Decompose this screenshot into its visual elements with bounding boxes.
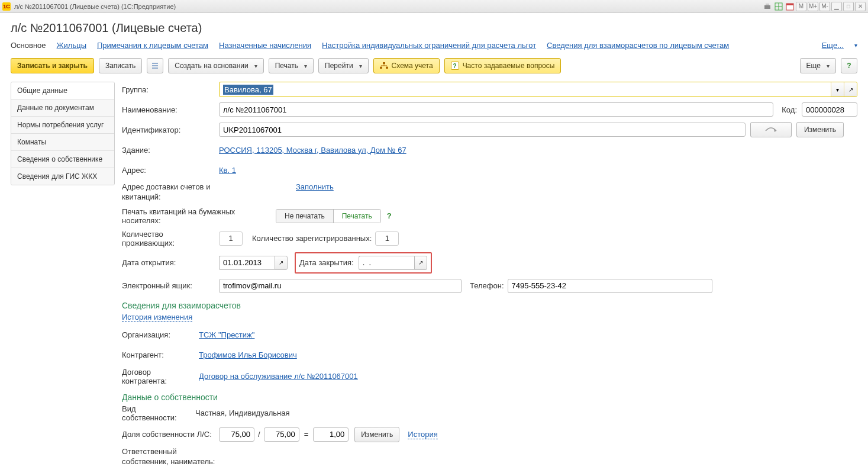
create-based-button[interactable]: Создать на основании [168,58,264,73]
tab-general[interactable]: Общие данные [11,82,114,99]
save-close-button[interactable]: Записать и закрыть [11,58,94,73]
nav-tenants[interactable]: Жильцы [57,41,86,50]
help-icon[interactable]: ? [387,211,392,220]
memory-mminus-button[interactable]: M- [819,2,830,11]
more-button[interactable]: Еще [800,58,836,73]
print-button[interactable]: Печать [269,58,314,73]
form-area: Группа: Вавилова, 67 ▾ ↗ Наименование: К… [122,82,857,476]
phone-field[interactable] [508,279,712,293]
id-field[interactable] [219,123,746,137]
toggle-do-print[interactable]: Печатать [334,210,380,223]
share-result-field[interactable] [313,427,349,442]
print-icon[interactable] [763,2,772,11]
window-title: л/с №2011067001 (Лицевые счета) (1С:Пред… [14,3,176,10]
history-link[interactable]: История изменения [122,313,192,322]
memory-m-button[interactable]: M [796,2,806,11]
caret-icon [824,62,830,70]
section-ownership: Данные о собственности [122,393,857,402]
label-email: Электронный ящик: [122,281,219,290]
name-field[interactable] [219,102,773,117]
label-id: Идентификатор: [122,126,219,134]
section-settlement: Сведения для взаиморасчетов [122,301,857,310]
code-field[interactable] [802,102,857,117]
label-group: Группа: [122,85,219,94]
open-date-field[interactable] [219,256,275,270]
label-registered: Количество зарегистрированных: [252,234,372,243]
tab-documents[interactable]: Данные по документам [11,99,114,117]
contract-link[interactable]: Договор на обслуживание л/с №2011067001 [199,372,358,381]
grid-icon[interactable] [774,2,783,11]
memory-mplus-button[interactable]: M+ [808,2,818,11]
open-icon[interactable]: ↗ [844,82,857,97]
label-contract: Договор контрагента: [122,368,199,385]
change-share-button[interactable]: Изменить [354,427,399,442]
help-button[interactable]: ? [841,58,857,73]
side-tabs: Общие данные Данные по документам Нормы … [11,82,115,185]
close-date-highlight: Дата закрытия: ↗ [295,252,432,274]
group-field-wrapper: Вавилова, 67 ▾ ↗ [219,82,857,97]
residents-value: 1 [219,231,243,246]
tab-norms[interactable]: Нормы потребления услуг [11,117,114,134]
dropdown-icon[interactable]: ▾ [831,82,844,97]
share-history-link[interactable]: История [408,430,437,439]
edit-id-button[interactable]: Изменить [796,122,844,137]
toolbar: Записать и закрыть Записать Создать на о… [11,58,857,73]
page-title: л/с №2011067001 (Лицевые счета) [11,21,857,35]
window-titlebar: 1C л/с №2011067001 (Лицевые счета) (1С:П… [0,0,868,13]
window-minimize-button[interactable]: ▁ [831,2,842,11]
print-toggle: Не печатать Печатать [276,209,381,223]
org-link[interactable]: ТСЖ "Престиж" [199,330,254,339]
label-name: Наименование: [122,105,219,114]
tab-rooms[interactable]: Комнаты [11,134,114,151]
toggle-no-print[interactable]: Не печатать [276,210,334,223]
tree-icon [380,62,388,69]
tab-owner[interactable]: Сведения о собственнике [11,151,114,168]
label-address: Адрес: [122,166,219,175]
nav-limits[interactable]: Настройка индивидуальных ограничений для… [322,41,536,50]
label-org: Организация: [122,330,199,339]
nav-accruals[interactable]: Назначенные начисления [219,41,311,50]
close-date-field[interactable] [359,256,414,270]
list-icon-button[interactable] [147,58,163,73]
window-maximize-button[interactable]: □ [843,2,854,11]
calendar-open-icon[interactable]: ↗ [275,256,288,270]
share-b-field[interactable] [264,427,299,442]
slash: / [258,430,260,439]
svg-rect-0 [764,5,770,9]
arrow-curve-icon [764,126,777,133]
tab-gis[interactable]: Сведения для ГИС ЖКХ [11,168,114,185]
ownership-type-value: Частная, Индивидуальная [195,409,290,417]
building-link[interactable]: РОССИЯ, 113205, Москва г, Вавилова ул, Д… [219,146,406,155]
caret-icon [357,62,362,70]
refresh-id-button[interactable] [750,122,792,137]
share-a-field[interactable] [219,427,254,442]
group-field[interactable]: Вавилова, 67 [220,82,831,97]
label-building: Здание: [122,146,219,155]
svg-rect-10 [383,62,385,64]
label-ownership-type: Вид собственности: [122,404,195,422]
address-link[interactable]: Кв. 1 [219,166,236,175]
nav-main[interactable]: Основное [11,41,46,50]
calendar-icon[interactable] [785,2,795,11]
label-resp-owner: Ответственный собственник, наниматель: [122,447,228,467]
fill-link[interactable]: Заполнить [296,182,334,191]
save-button[interactable]: Записать [99,58,142,73]
nav-notes[interactable]: Примечания к лицевым счетам [97,41,208,50]
counterparty-link[interactable]: Трофимов Илья Борисович [199,350,297,359]
label-residents: Количество проживающих: [122,230,219,247]
goto-button[interactable]: Перейти [318,58,369,73]
label-close-date: Дата закрытия: [299,258,354,267]
email-field[interactable] [219,279,462,293]
equals: = [304,430,309,439]
faq-button[interactable]: ? Часто задаваемые вопросы [444,58,562,73]
nav-more-caret-icon[interactable]: ▾ [854,42,857,49]
calendar-close-icon[interactable]: ↗ [414,256,427,270]
svg-rect-6 [786,4,793,5]
caret-icon [302,62,307,70]
nav-settlements[interactable]: Сведения для взаиморасчетов по лицевым с… [547,41,729,50]
scheme-button[interactable]: Схема учета [373,58,440,73]
nav-more[interactable]: Еще... [822,41,844,50]
nav-row: Основное Жильцы Примечания к лицевым сче… [11,41,857,50]
label-delivery-addr: Адрес доставки счетов и квитанций: [122,182,219,202]
window-close-button[interactable]: ✕ [855,2,866,11]
